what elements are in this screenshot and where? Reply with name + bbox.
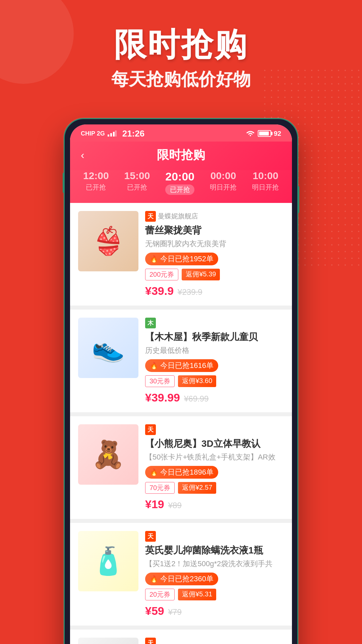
side-button-left xyxy=(63,173,65,193)
price-current-2: ¥39.99 xyxy=(145,391,180,404)
product-desc-1: 无钢圈乳胶内衣无痕美背 xyxy=(145,239,284,249)
product-image-2 xyxy=(78,318,138,378)
flash-count-3: 今日已抢1896单 xyxy=(160,467,214,477)
tmall-icon-2: 木 xyxy=(145,318,156,328)
shop-badge-4: 天 xyxy=(145,531,156,542)
flash-count-1: 今日已抢1952单 xyxy=(160,254,214,264)
cashback-2: 返佣¥3.60 xyxy=(178,375,216,387)
back-button[interactable]: ‹ xyxy=(81,149,84,161)
svg-rect-1 xyxy=(110,133,112,137)
product-desc-3: 【50张卡片+铁质礼盒+手机支架】AR效 xyxy=(145,452,284,463)
tmall-icon-3: 天 xyxy=(145,424,156,435)
time-tab-20[interactable]: 20:00 已开抢 xyxy=(165,170,194,195)
battery-icon xyxy=(258,130,271,137)
status-left: CHIP 2G 21:26 xyxy=(81,128,144,139)
tmall-icon-1: 天 xyxy=(145,211,156,222)
product-image-5 xyxy=(78,638,138,644)
product-desc-4: 【买1送2！加送500g*2袋洗衣液到手共 xyxy=(145,559,284,569)
coupon-row-3: 70元券 返佣¥2.57 xyxy=(145,482,284,494)
fire-icon-2: 🔥 xyxy=(150,362,158,370)
status-time: 21:26 xyxy=(122,128,145,139)
time-tab-bar: 12:00 已开抢 15:00 已开抢 20:00 已开抢 00:00 明日开抢… xyxy=(70,170,292,203)
price-row-1: ¥39.9 ¥239.9 xyxy=(145,284,284,298)
time-tab-10[interactable]: 10:00 明日开抢 xyxy=(252,170,279,195)
time-tab-10-status: 明日开抢 xyxy=(252,183,279,192)
time-tab-00[interactable]: 00:00 明日开抢 xyxy=(210,170,237,195)
svg-rect-2 xyxy=(113,132,115,137)
flash-count-2: 今日已抢1616单 xyxy=(160,361,214,371)
time-tab-10-time: 10:00 xyxy=(252,170,279,181)
product-card-2[interactable]: 木 【木木屋】秋季新款儿童贝 历史最低价格 🔥 今日已抢1616单 30元券 返… xyxy=(70,310,292,412)
product-list: 天 曼蝶妮旗舰店 蕾丝聚拢美背 无钢圈乳胶内衣无痕美背 🔥 今日已抢1952单 … xyxy=(70,203,292,644)
flash-count-4: 今日已抢2360单 xyxy=(160,574,214,584)
shop-name-1: 曼蝶妮旗舰店 xyxy=(158,212,198,221)
product-card-1[interactable]: 天 曼蝶妮旗舰店 蕾丝聚拢美背 无钢圈乳胶内衣无痕美背 🔥 今日已抢1952单 … xyxy=(70,203,292,306)
phone-wrapper: CHIP 2G 21:26 xyxy=(0,118,362,644)
flash-badge-1: 🔥 今日已抢1952单 xyxy=(145,253,218,265)
time-tab-12-time: 12:00 xyxy=(83,170,109,181)
price-row-4: ¥59 ¥79 xyxy=(145,604,284,618)
price-current-1: ¥39.9 xyxy=(145,284,174,298)
time-tab-15[interactable]: 15:00 已开抢 xyxy=(124,170,150,195)
price-original-1: ¥239.9 xyxy=(178,287,202,297)
price-row-3: ¥19 ¥89 xyxy=(145,498,284,511)
product-desc-2: 历史最低价格 xyxy=(145,345,284,356)
price-original-2: ¥69.99 xyxy=(184,394,208,404)
product-name-2: 【木木屋】秋季新款儿童贝 xyxy=(145,330,284,343)
time-tab-00-status: 明日开抢 xyxy=(210,183,237,192)
product-info-4: 天 英氏婴儿抑菌除螨洗衣液1瓶 【买1送2！加送500g*2袋洗衣液到手共 🔥 … xyxy=(145,531,284,618)
time-tab-15-time: 15:00 xyxy=(124,170,150,181)
hero-section: 限时抢购 每天抢购低价好物 xyxy=(0,0,362,105)
product-card-4[interactable]: 天 英氏婴儿抑菌除螨洗衣液1瓶 【买1送2！加送500g*2袋洗衣液到手共 🔥 … xyxy=(70,523,292,626)
product-card-5[interactable]: 天 【19.8价】正品4代华强北降 带上耳朵不痛 🔥 今日已抢2216单 xyxy=(70,630,292,644)
coupon-row-2: 30元券 返佣¥3.60 xyxy=(145,375,284,387)
signal-icon xyxy=(108,130,117,137)
shop-badge-1: 天 曼蝶妮旗舰店 xyxy=(145,211,198,222)
product-info-5: 天 【19.8价】正品4代华强北降 带上耳朵不痛 🔥 今日已抢2216单 xyxy=(145,638,284,644)
app-header: ‹ 限时抢购 xyxy=(70,142,292,170)
svg-rect-3 xyxy=(115,130,117,137)
cashback-1: 返佣¥5.39 xyxy=(182,269,220,280)
wifi-icon xyxy=(246,130,255,137)
time-tab-12[interactable]: 12:00 已开抢 xyxy=(83,170,109,195)
coupon-1: 200元券 xyxy=(145,269,178,280)
coupon-3: 70元券 xyxy=(145,482,175,494)
phone-screen: CHIP 2G 21:26 xyxy=(70,124,292,644)
time-tab-00-time: 00:00 xyxy=(210,170,237,181)
product-name-1: 蕾丝聚拢美背 xyxy=(145,224,284,237)
product-info-2: 木 【木木屋】秋季新款儿童贝 历史最低价格 🔥 今日已抢1616单 30元券 返… xyxy=(145,318,284,404)
coupon-row-1: 200元券 返佣¥5.39 xyxy=(145,269,284,280)
side-button-right xyxy=(297,186,299,213)
product-image-4 xyxy=(78,531,138,591)
product-name-3: 【小熊尼奥】3D立体早教认 xyxy=(145,437,284,450)
phone-mockup: CHIP 2G 21:26 xyxy=(64,118,298,644)
fire-icon-3: 🔥 xyxy=(150,468,158,476)
fire-icon-4: 🔥 xyxy=(150,575,158,583)
flash-badge-2: 🔥 今日已抢1616单 xyxy=(145,359,218,372)
price-original-3: ¥89 xyxy=(168,501,182,510)
tmall-icon-4: 天 xyxy=(145,531,156,542)
price-current-4: ¥59 xyxy=(145,604,164,618)
product-image-3 xyxy=(78,424,138,485)
coupon-2: 30元券 xyxy=(145,375,175,387)
hero-title: 限时抢购 xyxy=(0,27,362,62)
product-info-3: 天 【小熊尼奥】3D立体早教认 【50张卡片+铁质礼盒+手机支架】AR效 🔥 今… xyxy=(145,424,284,511)
shop-badge-3: 天 xyxy=(145,424,156,435)
coupon-row-4: 20元券 返佣¥5.31 xyxy=(145,589,284,600)
price-original-4: ¥79 xyxy=(168,607,182,617)
status-right: 92 xyxy=(246,130,281,138)
tmall-icon-5: 天 xyxy=(145,638,156,644)
time-tab-15-status: 已开抢 xyxy=(124,183,150,192)
product-card-3[interactable]: 天 【小熊尼奥】3D立体早教认 【50张卡片+铁质礼盒+手机支架】AR效 🔥 今… xyxy=(70,416,292,519)
flash-badge-4: 🔥 今日已抢2360单 xyxy=(145,573,218,585)
fire-icon-1: 🔥 xyxy=(150,255,158,263)
product-info-1: 天 曼蝶妮旗舰店 蕾丝聚拢美背 无钢圈乳胶内衣无痕美背 🔥 今日已抢1952单 … xyxy=(145,211,284,298)
time-tab-20-status: 已开抢 xyxy=(165,184,194,195)
time-tab-12-status: 已开抢 xyxy=(83,183,109,192)
product-image-1 xyxy=(78,211,138,271)
carrier-label: CHIP 2G xyxy=(81,130,105,137)
coupon-4: 20元券 xyxy=(145,589,175,600)
app-title-label: 限时抢购 xyxy=(157,147,205,163)
price-row-2: ¥39.99 ¥69.99 xyxy=(145,391,284,404)
shop-badge-5: 天 xyxy=(145,638,156,644)
